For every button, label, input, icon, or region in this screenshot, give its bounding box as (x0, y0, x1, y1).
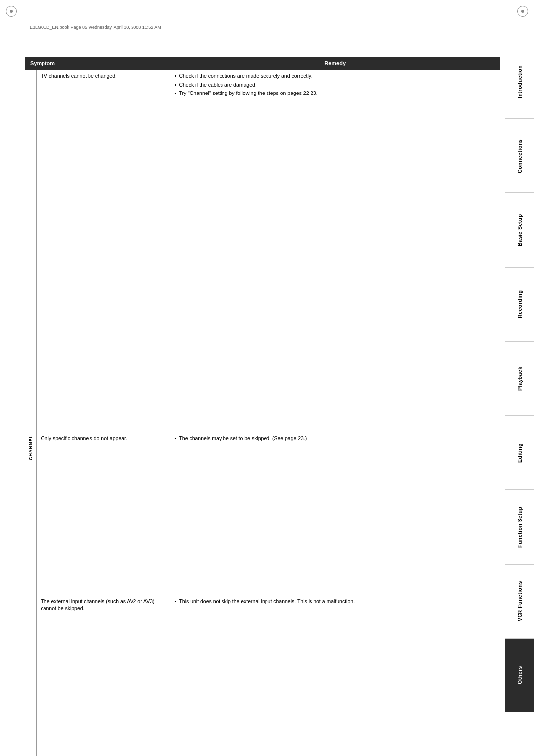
remedy-cell: Check if the connections are made secure… (170, 70, 500, 432)
right-sidebar: Introduction Connections Basic Setup Rec… (505, 45, 534, 712)
bullet-item: This unit does not skip the external inp… (174, 598, 496, 605)
table-row: Only specific channels do not appear. Th… (25, 432, 500, 595)
symptom-cell: TV channels cannot be changed. (37, 70, 170, 432)
symptom-cell: The external input channels (such as AV2… (37, 595, 170, 756)
symptom-cell: Only specific channels do not appear. (37, 432, 170, 595)
circle-target-tr (517, 6, 528, 17)
section-label-channel: CHANNEL (25, 70, 37, 756)
remedy-cell: The channels may be set to be skipped. (… (170, 432, 500, 595)
remedy-header: Remedy (170, 57, 500, 70)
sidebar-tab-function-setup[interactable]: Function Setup (505, 490, 534, 564)
bullet-item: Check if the connections are made secure… (174, 72, 496, 80)
bullet-item: Check if the cables are damaged. (174, 81, 496, 89)
sidebar-tab-recording[interactable]: Recording (505, 267, 534, 341)
table-row: The external input channels (such as AV2… (25, 595, 500, 756)
sidebar-tab-vcr-functions[interactable]: VCR Functions (505, 564, 534, 638)
circle-target-tl (6, 6, 17, 17)
sidebar-tab-others[interactable]: Others (505, 638, 534, 712)
bullet-item: Try "Channel" setting by following the s… (174, 90, 496, 97)
sidebar-tab-basic-setup[interactable]: Basic Setup (505, 193, 534, 267)
sidebar-tab-playback[interactable]: Playback (505, 341, 534, 416)
table-header-row: Symptom Remedy (25, 57, 500, 70)
sidebar-tab-introduction[interactable]: Introduction (505, 45, 534, 119)
sidebar-tab-editing[interactable]: Editing (505, 416, 534, 490)
symptom-header: Symptom (25, 57, 170, 70)
page: E3LG0ED_EN.book Page 85 Wednesday, April… (0, 0, 534, 756)
bullet-item: The channels may be set to be skipped. (… (174, 435, 496, 442)
sidebar-tab-connections[interactable]: Connections (505, 119, 534, 193)
main-content: Symptom Remedy CHANNEL TV channels canno… (25, 57, 500, 756)
table-row: CHANNEL TV channels cannot be changed. C… (25, 70, 500, 432)
file-header: E3LG0ED_EN.book Page 85 Wednesday, April… (30, 25, 161, 30)
main-table: Symptom Remedy CHANNEL TV channels canno… (25, 57, 500, 756)
remedy-cell: This unit does not skip the external inp… (170, 595, 500, 756)
